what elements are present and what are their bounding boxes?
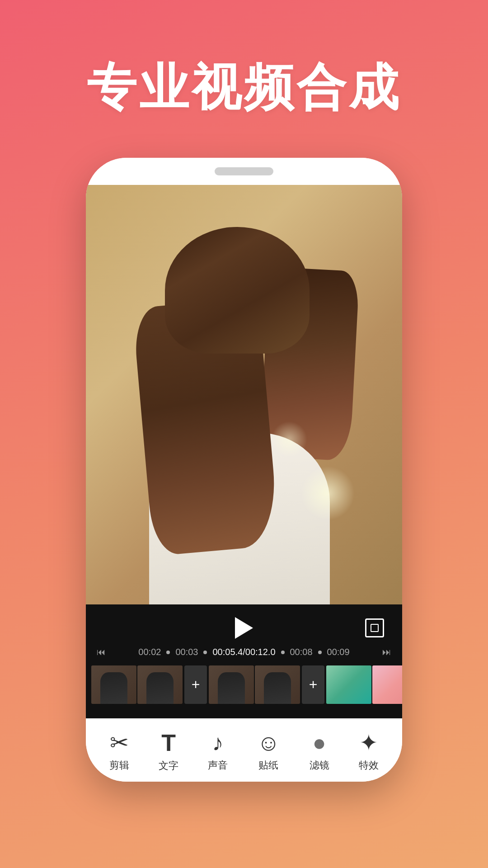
- app-page: 专业视频合成: [0, 0, 488, 868]
- tool-sticker[interactable]: 贴纸: [257, 731, 280, 772]
- fullscreen-button[interactable]: [365, 618, 384, 637]
- portrait-image: [86, 185, 402, 604]
- fullscreen-icon: [371, 624, 379, 632]
- timeline-marker-1: 00:02: [138, 647, 161, 657]
- portrait-highlight2: [271, 421, 307, 458]
- scissors-icon: [110, 731, 129, 754]
- tool-audio[interactable]: 声音: [208, 731, 228, 772]
- video-controls: ⏮ 00:02 00:03 00:05.4/00:12.0 00:08 00:0…: [86, 604, 402, 718]
- timeline-skip-start-icon[interactable]: ⏮: [97, 647, 106, 657]
- add-clip-button-1[interactable]: +: [184, 665, 207, 704]
- timeline-marker-2: 00:03: [175, 647, 198, 657]
- thumbnail-3[interactable]: [209, 665, 254, 704]
- text-icon: [161, 731, 176, 755]
- title-area: 专业视频合成: [87, 54, 401, 122]
- play-button[interactable]: [235, 617, 253, 639]
- tool-sticker-label: 贴纸: [258, 759, 278, 772]
- thumb-silhouette-3: [218, 672, 245, 704]
- thumbnail-group-3: [326, 665, 402, 704]
- timeline-row: ⏮ 00:02 00:03 00:05.4/00:12.0 00:08 00:0…: [86, 643, 402, 661]
- phone-frame: ⏮ 00:02 00:03 00:05.4/00:12.0 00:08 00:0…: [86, 158, 402, 782]
- timeline-current: 00:05.4/00:12.0: [212, 647, 275, 657]
- add-icon-2: +: [309, 676, 318, 693]
- timeline-marker-3: 00:08: [290, 647, 313, 657]
- thumb-silhouette-1: [100, 672, 127, 704]
- timeline-markers: 00:02 00:03 00:05.4/00:12.0 00:08 00:09: [109, 647, 379, 657]
- thumb-silhouette-2: [146, 672, 174, 704]
- tool-filter[interactable]: 滤镜: [310, 731, 329, 772]
- filter-icon: [313, 731, 326, 754]
- tool-effect[interactable]: 特效: [359, 731, 379, 772]
- timeline-skip-end-icon[interactable]: ⏭: [382, 647, 391, 657]
- tool-audio-label: 声音: [208, 759, 228, 772]
- thumbnail-5[interactable]: [326, 665, 371, 704]
- timeline-dot-1: [166, 651, 170, 654]
- tool-effect-label: 特效: [359, 759, 379, 772]
- play-row: [86, 613, 402, 643]
- portrait-highlight: [300, 466, 355, 520]
- effect-icon: [359, 731, 378, 754]
- thumbnail-4[interactable]: [255, 665, 300, 704]
- timeline-dot-2: [203, 651, 207, 654]
- sticker-icon: [257, 731, 280, 754]
- phone-mockup: ⏮ 00:02 00:03 00:05.4/00:12.0 00:08 00:0…: [86, 158, 402, 782]
- bottom-toolbar: 剪辑 文字 声音 贴纸 滤镜: [86, 718, 402, 782]
- add-icon-1: +: [192, 676, 200, 693]
- tool-cut[interactable]: 剪辑: [109, 731, 129, 772]
- thumb-silhouette-4: [264, 672, 291, 704]
- thumbnail-6[interactable]: [372, 665, 402, 704]
- thumbnail-group-2: [209, 665, 300, 704]
- tool-text[interactable]: 文字: [159, 731, 178, 773]
- video-display: [86, 185, 402, 604]
- portrait-hair-top: [165, 227, 310, 354]
- tool-filter-label: 滤镜: [310, 759, 329, 772]
- phone-top-bar: [86, 158, 402, 185]
- thumbnail-2[interactable]: [137, 665, 183, 704]
- phone-speaker: [215, 167, 273, 175]
- timeline-dot-3: [281, 651, 285, 654]
- thumbnail-strip: + +: [86, 661, 402, 710]
- add-clip-button-2[interactable]: +: [302, 665, 324, 704]
- tool-text-label: 文字: [159, 759, 178, 773]
- tool-cut-label: 剪辑: [109, 759, 129, 772]
- main-title: 专业视频合成: [87, 54, 401, 122]
- timeline-dot-4: [318, 651, 322, 654]
- music-icon: [212, 731, 224, 754]
- thumbnail-1[interactable]: [91, 665, 136, 704]
- timeline-marker-4: 00:09: [327, 647, 350, 657]
- thumbnail-group-1: [91, 665, 183, 704]
